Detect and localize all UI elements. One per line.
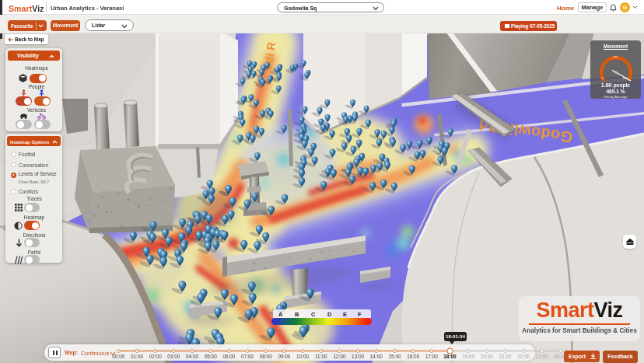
- svg-text:02:00: 02:00: [149, 354, 162, 359]
- svg-text:06:00: 06:00: [222, 354, 235, 359]
- svg-text:03:00: 03:00: [167, 354, 180, 359]
- svg-text:23:00: 23:00: [536, 354, 548, 359]
- svg-text:00:00: 00:00: [112, 354, 124, 359]
- svg-text:09:00: 09:00: [278, 354, 290, 359]
- svg-text:175: 175: [613, 56, 618, 59]
- svg-text:0: 0: [602, 77, 604, 80]
- svg-text:14:00: 14:00: [370, 354, 383, 359]
- svg-text:21:00: 21:00: [499, 354, 512, 359]
- svg-text:16:00: 16:00: [407, 354, 419, 359]
- svg-text:15:00: 15:00: [389, 354, 401, 359]
- svg-text:17:00: 17:00: [425, 354, 438, 359]
- svg-text:20:00: 20:00: [481, 354, 493, 359]
- svg-text:10:00: 10:00: [296, 354, 309, 359]
- svg-text:18:00: 18:00: [443, 354, 457, 359]
- svg-text:11:00: 11:00: [315, 354, 327, 359]
- svg-text:08:00: 08:00: [260, 354, 272, 359]
- svg-text:22:00: 22:00: [517, 354, 530, 359]
- svg-text:12:00: 12:00: [334, 354, 346, 359]
- svg-text:07:00: 07:00: [241, 354, 254, 359]
- svg-text:05:00: 05:00: [205, 354, 217, 359]
- svg-text:13:00: 13:00: [352, 354, 364, 359]
- svg-text:19:00: 19:00: [462, 354, 474, 359]
- svg-text:04:00: 04:00: [186, 354, 198, 359]
- svg-text:01:00: 01:00: [131, 354, 143, 359]
